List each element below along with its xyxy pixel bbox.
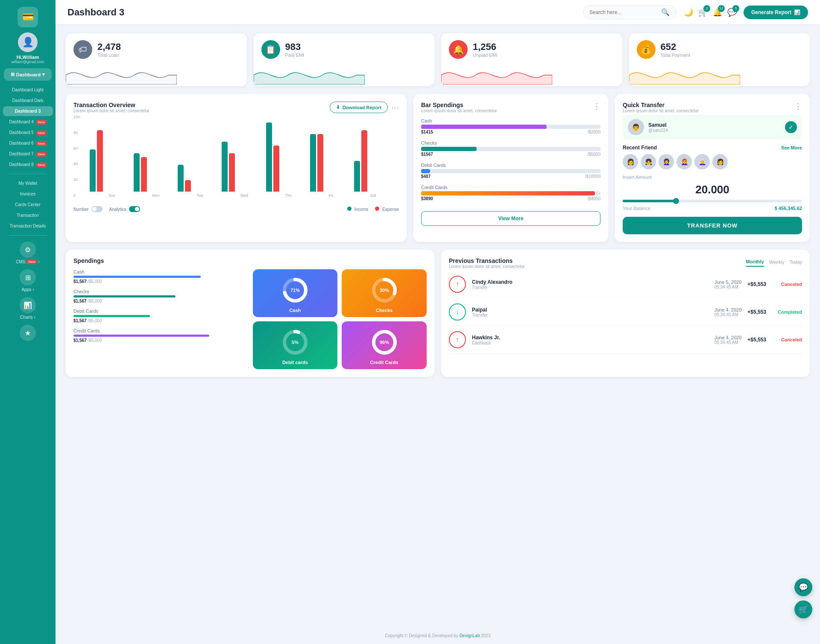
friend-avatar-3[interactable]: 👩‍🦱 xyxy=(659,154,674,169)
generate-report-button[interactable]: Generate Report 📊 xyxy=(744,6,808,19)
more-options-icon[interactable]: ⋯ xyxy=(391,103,399,112)
sidebar-item-dashboard-light[interactable]: Dashboard Light xyxy=(3,85,53,95)
sidebar-item-transaction[interactable]: Transaction xyxy=(3,210,53,220)
donut-debit: 5% Debit cards xyxy=(253,321,338,369)
tx-status-1: Canceled xyxy=(772,282,802,287)
sidebar-favorites-icon[interactable]: ★ xyxy=(20,325,36,341)
friend-avatar-1[interactable]: 👩 xyxy=(623,154,638,169)
transfer-user-avatar: 👨 xyxy=(628,119,644,135)
cms-badge: New xyxy=(26,259,37,264)
sidebar-item-dashboard4[interactable]: Dashboard 4 New xyxy=(3,117,53,127)
theme-toggle-icon[interactable]: 🌙 xyxy=(684,8,693,17)
tab-monthly[interactable]: Monthly xyxy=(746,257,764,267)
spending-cash: Cash $1415 /$2000 xyxy=(421,118,600,134)
bar-fri-teal xyxy=(310,134,316,192)
sidebar-logo: 💳 xyxy=(18,7,38,27)
bell-icon[interactable]: 🔔 12 xyxy=(713,8,722,17)
sidebar-apps-label[interactable]: Apps › xyxy=(21,287,34,292)
tx-name-1: Cindy Alexandro xyxy=(472,279,709,285)
svg-text:30%: 30% xyxy=(380,288,389,293)
friend-avatar-5[interactable]: 👩‍🦳 xyxy=(694,154,710,169)
spendings-debit-bar xyxy=(73,315,150,317)
spendings-title: Spendings xyxy=(73,257,427,264)
transfer-now-button[interactable]: TRANSFER NOW xyxy=(623,217,802,234)
sidebar-menu: Dashboard Light Dashboard Dark Dashboard… xyxy=(0,85,56,239)
footer-brand[interactable]: DexignLab xyxy=(460,633,480,638)
bar-spendings-more-icon[interactable]: ⋮ xyxy=(593,102,600,111)
prev-tx-sub: Lorem ipsum dolor sit amet, consectetur xyxy=(449,264,525,269)
sidebar-apps-icon[interactable]: ⊞ xyxy=(20,269,36,286)
bar-thu-red xyxy=(273,146,279,192)
spending-cash-amounts: $1415 /$2000 xyxy=(421,130,600,134)
sidebar-cms-label[interactable]: CMS New › xyxy=(16,259,40,264)
bar-group-mon xyxy=(134,153,174,192)
sidebar-item-txdetails[interactable]: Transaction Details xyxy=(3,221,53,231)
spending-credit-label: Credit Cards xyxy=(421,185,600,190)
analytics-toggle[interactable] xyxy=(129,206,140,212)
search-input[interactable] xyxy=(589,9,658,15)
header: Dashboard 3 🔍 🌙 🛒 2 🔔 12 💬 5 Generate Re… xyxy=(56,0,820,25)
bar-group-fri xyxy=(310,134,351,192)
slider-thumb[interactable] xyxy=(673,198,679,204)
friend-avatar-4[interactable]: 👩‍🦰 xyxy=(676,154,692,169)
amount-slider[interactable] xyxy=(623,200,802,202)
spendings-checks: Checks $1,567 /$5,000 xyxy=(73,289,243,303)
sidebar-item-dashboard6[interactable]: Dashboard 6 New xyxy=(3,138,53,148)
sidebar-item-cards[interactable]: Cards Center xyxy=(3,200,53,210)
tx-time-2: 05:34:45 AM xyxy=(715,312,742,317)
quick-transfer-sub: Lorem ipsum dolor sit amet, consectetur xyxy=(623,108,699,113)
number-toggle[interactable] xyxy=(91,206,102,212)
spending-cash-fill xyxy=(421,125,547,129)
sidebar-item-dashboard8[interactable]: Dashboard 8 New xyxy=(3,160,53,169)
sidebar-username: Hi,William xyxy=(17,55,39,60)
donut-checks: 30% Checks xyxy=(342,269,427,317)
transfer-check-icon[interactable]: ✓ xyxy=(785,121,797,133)
download-report-button[interactable]: ⬇ Download Report xyxy=(330,102,388,113)
tab-today[interactable]: Today xyxy=(790,258,802,266)
view-more-button[interactable]: View More xyxy=(421,211,600,226)
friend-avatar-6[interactable]: 👩 xyxy=(712,154,728,169)
badge-new-d5: New xyxy=(36,131,47,135)
see-more-link[interactable]: See More xyxy=(781,145,802,150)
sidebar-cms-icon[interactable]: ⚙ xyxy=(20,242,36,258)
chart-x-labels: Sun Mon Tue Wed Thu Fri Sat xyxy=(85,192,399,198)
tx-amount-2: +$5,553 xyxy=(747,309,766,315)
total-payment-label: Total Payment xyxy=(661,52,691,58)
tab-weekly[interactable]: Weekly xyxy=(769,258,785,266)
header-icons: 🌙 🛒 2 🔔 12 💬 5 xyxy=(684,8,737,17)
sidebar-charts-icon[interactable]: 📊 xyxy=(20,297,36,313)
quick-transfer-card: Quick Transfer Lorem ipsum dolor sit ame… xyxy=(615,94,810,242)
quick-transfer-more-icon[interactable]: ⋮ xyxy=(794,102,802,111)
sidebar-charts-label[interactable]: Charts › xyxy=(20,315,35,320)
total-payment-value: 652 xyxy=(661,41,691,52)
sidebar-item-dashboard5[interactable]: Dashboard 5 New xyxy=(3,128,53,137)
spending-checks-track xyxy=(421,147,600,151)
balance-row: Your Balance $ 456,345.62 xyxy=(623,206,802,211)
middle-row: Transaction Overview Lorem ipsum dolor s… xyxy=(66,94,810,242)
recent-friends-list: 👩 👧 👩‍🦱 👩‍🦰 👩‍🦳 👩 xyxy=(623,154,802,169)
sidebar-item-dashboard-dark[interactable]: Dashboard Dark xyxy=(3,96,53,105)
balance-label: Your Balance xyxy=(623,206,650,211)
friend-avatar-2[interactable]: 👧 xyxy=(641,154,656,169)
spending-debit-label: Debit Cards xyxy=(421,163,600,168)
page-title: Dashboard 3 xyxy=(67,7,576,18)
chat-icon[interactable]: 💬 5 xyxy=(727,8,737,17)
sidebar-item-wallet[interactable]: My Wallet xyxy=(3,178,53,188)
spendings-debit: Debit Cards $1,567 /$5,000 xyxy=(73,309,243,323)
sidebar-item-dashboard7[interactable]: Dashboard 7 New xyxy=(3,149,53,159)
sidebar-item-dashboard3[interactable]: Dashboard 3 xyxy=(3,106,53,116)
previous-transactions-card: Previous Transactions Lorem ipsum dolor … xyxy=(441,250,810,377)
bar-mon-red xyxy=(141,157,147,192)
tx-date-3: June 4, 2020 xyxy=(715,335,742,340)
cart-icon[interactable]: 🛒 2 xyxy=(698,8,708,17)
sidebar-item-invoices[interactable]: Invoices xyxy=(3,189,53,199)
stat-card-unpaid-emi: 🔔 1,256 Unpaid EMI xyxy=(441,33,622,86)
sidebar-dashboard-toggle[interactable]: ⊞ Dashboard ▾ xyxy=(4,68,52,81)
tx-amount-1: +$5,553 xyxy=(747,281,766,287)
search-box[interactable]: 🔍 xyxy=(583,5,677,19)
floating-cart-button[interactable]: 🛒 xyxy=(794,600,812,618)
transfer-user-handle: @sam224 xyxy=(648,128,668,133)
support-chat-button[interactable]: 💬 xyxy=(794,578,812,596)
paid-emi-label: Paid EMI xyxy=(285,52,305,58)
tx-amount-3: +$5,553 xyxy=(747,337,766,343)
